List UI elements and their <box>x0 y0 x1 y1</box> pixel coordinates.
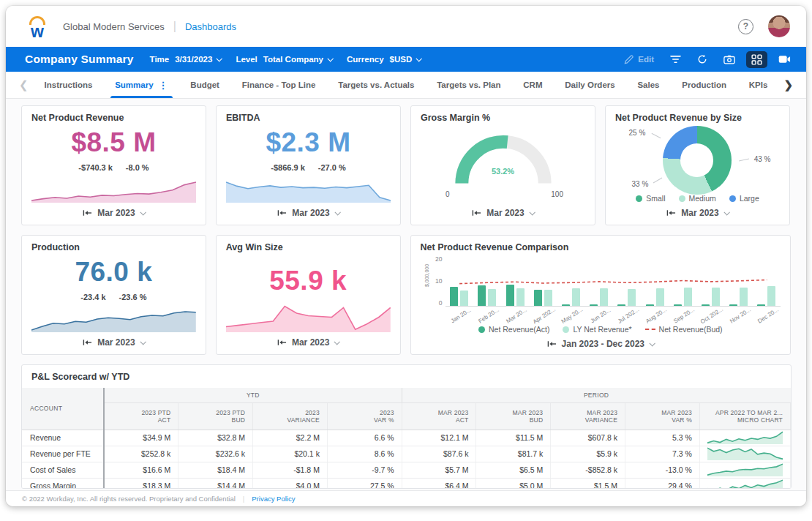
micro-chart-cell <box>699 478 790 489</box>
period-selector[interactable]: Mar 2023 <box>421 203 585 220</box>
tab-targets-vs-actuals[interactable]: Targets vs. Actuals <box>338 72 414 98</box>
help-icon[interactable]: ? <box>738 19 753 34</box>
micro-chart <box>707 447 783 460</box>
video-button[interactable] <box>773 52 796 67</box>
value-cell: $18.4 M <box>178 462 253 478</box>
value-cell: $5.9 k <box>551 446 625 462</box>
period-selector[interactable]: Mar 2023 <box>226 332 391 349</box>
tab-kpis[interactable]: KPIs <box>749 72 768 98</box>
tab-bar: ❮ Instructions Summary ⋮ Budget Finance … <box>6 72 806 99</box>
privacy-policy-link[interactable]: Privacy Policy <box>252 495 295 503</box>
gauge-max-label: 100 <box>551 190 563 198</box>
value-cell: 8.6 % <box>327 446 402 462</box>
card-net-product-revenue: Net Product Revenue $8.5 M -$740.3 k -8.… <box>21 105 206 225</box>
edit-button[interactable]: Edit <box>619 52 659 67</box>
level-value: Total Company <box>263 55 323 64</box>
column-header-account: ACCOUNT <box>22 388 104 430</box>
level-dropdown[interactable]: Total Company <box>263 55 332 64</box>
tab-instructions[interactable]: Instructions <box>45 72 93 98</box>
tabs-scroll-right-icon[interactable]: ❯ <box>778 72 799 98</box>
kpi-delta-abs: -23.4 k <box>80 293 105 301</box>
period-label: Mar 2023 <box>292 337 329 348</box>
column-header: 2023VAR % <box>327 402 402 430</box>
value-cell: $14.4 M <box>178 478 253 489</box>
column-header: MAR 2023VARIANCE <box>551 402 625 430</box>
copyright-text: © 2022 Workday, Inc. All rights reserved… <box>22 495 236 503</box>
value-cell: $20.1 k <box>253 446 328 462</box>
user-avatar[interactable] <box>768 15 790 37</box>
grid-view-button[interactable] <box>746 51 767 68</box>
filter-button[interactable] <box>665 52 686 67</box>
chevron-down-icon <box>649 340 655 346</box>
time-dropdown[interactable]: 3/31/2023 <box>175 55 221 64</box>
table-title: P&L Scorecard w/ YTD <box>22 365 791 388</box>
period-label: Mar 2023 <box>292 208 329 218</box>
x-axis-labels: Jan 20...Feb 20...Mar 20...Apr 202...May… <box>446 309 781 326</box>
tabs-scroll-left-icon[interactable]: ❮ <box>13 72 34 98</box>
legend-item-small: Small <box>636 194 665 203</box>
currency-dropdown[interactable]: $USD <box>390 55 421 64</box>
tab-targets-vs-plan[interactable]: Targets vs. Plan <box>437 72 500 98</box>
donut-label-medium: 33 % <box>632 180 649 188</box>
micro-chart <box>707 463 783 476</box>
table-row[interactable]: Gross Margin$18.3 M$14.4 M$4.0 M27.5 %$6… <box>22 478 791 489</box>
table-row[interactable]: Revenue per FTE$252.8 k$232.6 k$20.1 k8.… <box>22 446 791 462</box>
callout-line <box>653 178 662 184</box>
value-cell: -13.0 % <box>625 462 700 478</box>
table-row[interactable]: Cost of Sales$16.6 M$18.4 M-$1.8 M-9.7 %… <box>22 462 791 478</box>
screenshot-button[interactable] <box>718 52 740 67</box>
chevron-down-icon <box>140 339 146 345</box>
tab-finance-top-line[interactable]: Finance - Top Line <box>242 72 316 98</box>
period-selector[interactable]: Mar 2023 <box>31 203 196 220</box>
card-title: Net Product Revenue <box>31 113 196 123</box>
period-skip-icon <box>277 209 287 217</box>
refresh-button[interactable] <box>692 51 713 67</box>
donut-label-large: 25 % <box>629 129 646 137</box>
legend-label: Large <box>740 194 759 203</box>
workday-logo[interactable]: w <box>25 14 50 39</box>
sparkline-chart <box>31 181 196 203</box>
workday-logo-arc <box>29 16 45 25</box>
column-header: MAR 2023VAR % <box>625 402 700 430</box>
card-title: Avg Win Size <box>226 242 391 252</box>
gauge-value: 53.2% <box>448 167 558 176</box>
tab-daily-orders[interactable]: Daily Orders <box>565 72 614 98</box>
tab-summary[interactable]: Summary ⋮ <box>115 72 168 98</box>
value-cell: $232.6 k <box>178 446 253 462</box>
filter-icon <box>670 55 681 64</box>
tab-crm[interactable]: CRM <box>523 72 542 98</box>
chevron-down-icon <box>327 56 333 61</box>
dashboards-link[interactable]: Dashboards <box>185 21 236 32</box>
table-row[interactable]: Revenue$34.9 M$32.8 M$2.2 M6.6 %$12.1 M$… <box>22 430 791 446</box>
value-cell: $2.2 M <box>253 430 328 446</box>
period-selector[interactable]: Jan 2023 - Dec 2023 <box>421 334 781 351</box>
dashboard-toolbar: Company Summary Time 3/31/2023 Level Tot… <box>6 47 806 72</box>
chevron-down-icon <box>416 56 422 61</box>
budget-line <box>446 255 781 306</box>
micro-chart-cell <box>699 430 790 446</box>
tab-budget[interactable]: Budget <box>190 72 219 98</box>
period-skip-icon <box>83 339 92 346</box>
value-cell: 29.4 % <box>625 478 700 489</box>
chevron-down-icon <box>334 339 340 345</box>
period-selector[interactable]: Mar 2023 <box>615 203 780 220</box>
card-title: Gross Margin % <box>421 113 585 123</box>
sparkline-chart <box>226 181 391 203</box>
chevron-down-icon <box>723 209 729 215</box>
value-cell: $4.0 M <box>253 478 328 489</box>
value-cell: $32.8 M <box>178 430 253 446</box>
value-cell: 5.3 % <box>625 430 700 446</box>
period-label: Mar 2023 <box>486 208 524 218</box>
period-label: Jan 2023 - Dec 2023 <box>562 339 644 349</box>
kebab-menu-icon[interactable]: ⋮ <box>159 80 168 91</box>
comparison-bar-chart: $,000,000 20 10 0 <box>421 255 781 326</box>
kpi-value: 76.0 k <box>31 257 196 288</box>
period-selector[interactable]: Mar 2023 <box>31 332 196 349</box>
value-cell: -$1.8 M <box>253 462 328 478</box>
period-selector[interactable]: Mar 2023 <box>226 203 391 220</box>
y-tick: 10 <box>435 277 442 285</box>
tab-sales[interactable]: Sales <box>637 72 659 98</box>
tab-production[interactable]: Production <box>682 72 726 98</box>
gauge-min-label: 0 <box>446 190 450 198</box>
sparkline-chart <box>31 310 196 332</box>
